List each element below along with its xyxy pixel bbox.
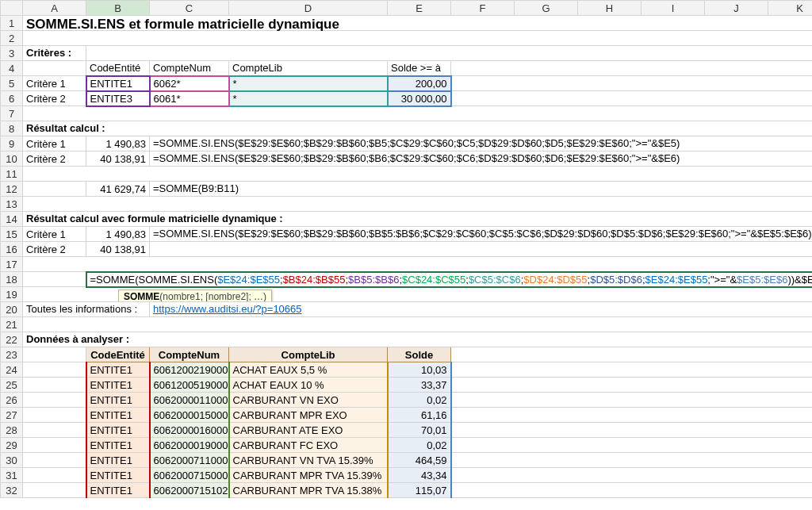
row-header[interactable]: 9 <box>1 136 23 151</box>
col-header-B[interactable]: B <box>86 1 150 16</box>
data-entite[interactable]: ENTITE1 <box>86 468 150 483</box>
cell[interactable] <box>23 31 813 46</box>
cell[interactable] <box>23 423 86 438</box>
select-all-corner[interactable] <box>1 1 23 16</box>
cell[interactable] <box>451 468 813 483</box>
row-header[interactable]: 7 <box>1 106 23 121</box>
col-header-K[interactable]: K <box>768 1 813 16</box>
data-comptenum[interactable]: 6061200219000 <box>150 362 229 378</box>
data-header-entite[interactable]: CodeEntité <box>86 347 150 362</box>
data-comptelib[interactable]: CARBURANT MPR TVA 15.39% <box>229 468 388 483</box>
cell[interactable] <box>23 197 813 212</box>
data-comptenum[interactable]: 6062000019000 <box>150 438 229 453</box>
data-solde[interactable]: 61,16 <box>388 408 451 423</box>
cell[interactable] <box>86 46 813 61</box>
cell[interactable] <box>451 453 813 468</box>
data-comptelib[interactable]: CARBURANT ATE EXO <box>229 423 388 438</box>
data-solde[interactable]: 43,34 <box>388 468 451 483</box>
cell[interactable]: SOMME(nombre1; [nombre2]; …) <box>23 287 813 302</box>
cell[interactable] <box>451 408 813 423</box>
data-header-comptelib[interactable]: CompteLib <box>229 347 388 362</box>
data-header-comptenum[interactable]: CompteNum <box>150 347 229 362</box>
col-header-D[interactable]: D <box>229 1 388 16</box>
active-formula-cell[interactable]: =SOMME(SOMME.SI.ENS($E$24:$E$55;$B$24:$B… <box>86 272 813 287</box>
row-header[interactable]: 10 <box>1 151 23 167</box>
row-header[interactable]: 6 <box>1 91 23 106</box>
cell[interactable] <box>451 91 813 106</box>
row-header[interactable]: 19 <box>1 287 23 302</box>
row-header[interactable]: 29 <box>1 438 23 453</box>
row-header[interactable]: 12 <box>1 182 23 197</box>
data-entite[interactable]: ENTITE1 <box>86 378 150 393</box>
cell[interactable] <box>451 393 813 408</box>
col-header-E[interactable]: E <box>388 1 451 16</box>
data-entite[interactable]: ENTITE1 <box>86 362 150 378</box>
dyn1-value[interactable]: 1 490,83 <box>86 227 150 242</box>
cell[interactable] <box>23 106 813 121</box>
crit2-solde[interactable]: 30 000,00 <box>388 91 451 106</box>
cell[interactable] <box>23 272 86 287</box>
cell[interactable] <box>23 468 86 483</box>
col-header-J[interactable]: J <box>705 1 768 16</box>
cell[interactable] <box>150 242 813 257</box>
res2-value[interactable]: 40 138,91 <box>86 151 150 167</box>
row-header[interactable]: 8 <box>1 121 23 136</box>
data-comptelib[interactable]: CARBURANT VN TVA 15.39% <box>229 453 388 468</box>
data-solde[interactable]: 464,59 <box>388 453 451 468</box>
row-header[interactable]: 4 <box>1 61 23 76</box>
formula-row15[interactable]: =SOMME.SI.ENS($E$29:$E$60;$B$29:$B$60;$B… <box>150 227 813 242</box>
data-comptenum[interactable]: 6062000715102 <box>150 483 229 498</box>
data-entite[interactable]: ENTITE1 <box>86 438 150 453</box>
cell[interactable] <box>23 378 86 393</box>
data-solde[interactable]: 10,03 <box>388 362 451 378</box>
data-comptenum[interactable]: 6062000711000 <box>150 453 229 468</box>
dyn2-value[interactable]: 40 138,91 <box>86 242 150 257</box>
cell[interactable] <box>451 61 813 76</box>
cell[interactable] <box>451 438 813 453</box>
data-entite[interactable]: ENTITE1 <box>86 423 150 438</box>
col-header-A[interactable]: A <box>23 1 86 16</box>
col-header-G[interactable]: G <box>515 1 578 16</box>
cell[interactable] <box>23 362 86 378</box>
row-header[interactable]: 23 <box>1 347 23 362</box>
cell[interactable] <box>23 453 86 468</box>
data-comptenum[interactable]: 6062000715000 <box>150 468 229 483</box>
data-comptenum[interactable]: 6061200519000 <box>150 378 229 393</box>
data-comptenum[interactable]: 6062000015000 <box>150 408 229 423</box>
cell[interactable] <box>23 408 86 423</box>
data-comptelib[interactable]: CARBURANT VN EXO <box>229 393 388 408</box>
data-entite[interactable]: ENTITE1 <box>86 393 150 408</box>
cell[interactable] <box>23 347 86 362</box>
cell[interactable] <box>23 438 86 453</box>
row-header[interactable]: 27 <box>1 408 23 423</box>
row-header[interactable]: 22 <box>1 332 23 347</box>
cell[interactable] <box>451 76 813 91</box>
cell[interactable] <box>451 378 813 393</box>
cell[interactable] <box>23 61 86 76</box>
cell[interactable] <box>451 483 813 498</box>
sum-value[interactable]: 41 629,74 <box>86 182 150 197</box>
row-header[interactable]: 30 <box>1 453 23 468</box>
formula-row12[interactable]: =SOMME(B9:B11) <box>150 182 813 197</box>
row-header[interactable]: 1 <box>1 16 23 31</box>
cell[interactable] <box>23 483 86 498</box>
row-header[interactable]: 11 <box>1 167 23 182</box>
cell[interactable] <box>451 362 813 378</box>
row-header[interactable]: 24 <box>1 362 23 378</box>
data-comptelib[interactable]: ACHAT EAUX 10 % <box>229 378 388 393</box>
row-header[interactable]: 31 <box>1 468 23 483</box>
res1-value[interactable]: 1 490,83 <box>86 136 150 151</box>
row-header[interactable]: 21 <box>1 317 23 332</box>
col-header-H[interactable]: H <box>578 1 642 16</box>
row-header[interactable]: 16 <box>1 242 23 257</box>
row-header[interactable]: 13 <box>1 197 23 212</box>
row-header[interactable]: 5 <box>1 76 23 91</box>
data-entite[interactable]: ENTITE1 <box>86 408 150 423</box>
data-comptelib[interactable]: ACHAT EAUX 5,5 % <box>229 362 388 378</box>
formula-row10[interactable]: =SOMME.SI.ENS($E$29:$E$60;$B$29:$B$60;$B… <box>150 151 813 167</box>
col-header-I[interactable]: I <box>642 1 705 16</box>
data-comptelib[interactable]: CARBURANT MPR EXO <box>229 408 388 423</box>
col-header-C[interactable]: C <box>150 1 229 16</box>
spreadsheet-grid[interactable]: A B C D E F G H I J K 1 SOMME.SI.ENS et … <box>0 0 812 498</box>
data-entite[interactable]: ENTITE1 <box>86 483 150 498</box>
